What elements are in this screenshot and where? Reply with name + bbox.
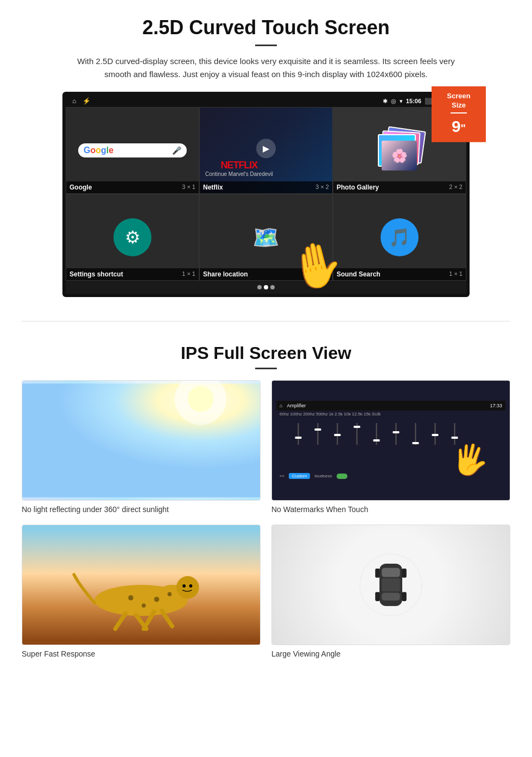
cheetah-caption: Super Fast Response — [22, 649, 261, 658]
car-top-view-svg — [358, 536, 423, 634]
section2-title: IPS Full Screen View — [22, 343, 510, 363]
svg-rect-16 — [413, 442, 419, 444]
hand-pointer: 🤚 — [285, 236, 347, 295]
svg-rect-10 — [354, 426, 360, 428]
amplifier-caption: No Watermarks When Touch — [271, 505, 510, 514]
sunlight-item: No light reflecting under 360° direct su… — [22, 380, 261, 514]
svg-rect-42 — [375, 592, 379, 601]
badge-size: 9" — [439, 116, 478, 137]
amp-title: Amplifier — [287, 403, 306, 408]
svg-rect-18 — [432, 434, 439, 436]
screen-size-badge: Screen Size 9" — [432, 86, 486, 142]
car-image-box — [271, 525, 510, 645]
device-screen: ⌂ ⚡ ✱ ◎ ▾ 15:06 ⬛ 🔊 ✕ ▭ — [62, 92, 470, 297]
camera-icon: ⬛ — [425, 98, 432, 105]
settings-icon-wrap: ⚙ — [113, 218, 151, 256]
amp-footer: «» Custom loudness — [276, 472, 351, 480]
sunlight-svg — [22, 381, 260, 500]
home-icon[interactable]: ⌂ — [72, 97, 76, 105]
svg-point-25 — [128, 595, 134, 601]
google-app-cell[interactable]: Google 🎤 Google 3 × 1 — [66, 107, 199, 194]
screen-wrapper: Screen Size 9" ⌂ ⚡ ✱ ◎ ▾ 15:06 ⬛ 🔊 — [62, 92, 470, 297]
amplifier-item: ⌂ Amplifier 17:33 60hz100hz200hz500hz1k2… — [271, 380, 510, 514]
photo-stack: 🌸 — [375, 129, 424, 172]
dot-1[interactable] — [257, 285, 262, 289]
amp-freq-labels: 60hz100hz200hz500hz1k2.5k10k12.5k15kSUB — [276, 411, 384, 418]
amp-sliders-container: 🖐️ — [276, 418, 505, 472]
svg-rect-8 — [334, 434, 341, 436]
amplifier-image-box: ⌂ Amplifier 17:33 60hz100hz200hz500hz1k2… — [271, 380, 510, 501]
svg-point-34 — [189, 584, 193, 588]
section1-title: 2.5D Curved Touch Screen — [33, 16, 499, 39]
dot-3[interactable] — [270, 285, 275, 289]
mic-icon[interactable]: 🎤 — [172, 146, 181, 155]
app-grid-row2: ⚙ Settings shortcut 1 × 1 🗺️ 🤚 Share loc… — [66, 194, 466, 281]
page-divider — [22, 321, 510, 321]
dot-2[interactable] — [264, 285, 268, 289]
section2-divider — [255, 368, 277, 369]
cheetah-image-box — [22, 525, 261, 645]
svg-rect-38 — [382, 592, 400, 600]
svg-rect-4 — [295, 437, 302, 439]
svg-rect-6 — [315, 428, 321, 431]
netflix-app-cell[interactable]: ▶ NETFLIX Continue Marvel's Daredevil Ne… — [199, 107, 333, 194]
usb-icon: ⚡ — [83, 97, 91, 105]
svg-rect-14 — [393, 431, 400, 433]
share-location-cell[interactable]: 🗺️ 🤚 Share location 1 × 1 — [199, 194, 333, 281]
time-display: 15:06 — [406, 98, 421, 104]
netflix-label: Netflix 3 × 2 — [200, 181, 332, 193]
sound-label: Sound Search 1 × 1 — [333, 268, 466, 280]
music-note-icon: 🎵 — [389, 227, 410, 248]
svg-point-27 — [154, 597, 160, 602]
section-ips-view: IPS Full Screen View — [0, 332, 532, 674]
image-grid: No light reflecting under 360° direct su… — [22, 380, 510, 658]
amp-time: 17:33 — [490, 403, 502, 408]
badge-label: Screen Size — [439, 92, 478, 110]
netflix-overlay: NETFLIX Continue Marvel's Daredevil — [205, 160, 273, 177]
cheetah-item: Super Fast Response — [22, 525, 261, 658]
settings-app-cell[interactable]: ⚙ Settings shortcut 1 × 1 — [66, 194, 199, 281]
sunlight-image — [22, 381, 260, 500]
netflix-logo: NETFLIX — [205, 160, 273, 171]
photo-card-3: 🌸 — [378, 134, 416, 167]
bluetooth-icon: ✱ — [383, 98, 388, 105]
sunlight-image-box — [22, 380, 261, 501]
title-divider — [255, 45, 277, 46]
section-curved-screen: 2.5D Curved Touch Screen With 2.5D curve… — [0, 0, 532, 310]
google-search-bar[interactable]: Google 🎤 — [78, 143, 187, 157]
car-caption: Large Viewing Angle — [271, 649, 510, 658]
amp-hand-icon: 🖐️ — [449, 439, 492, 481]
badge-divider — [451, 112, 467, 113]
svg-point-26 — [142, 603, 146, 608]
svg-rect-43 — [402, 592, 406, 601]
google-logo: Google — [84, 146, 113, 155]
status-bar: ⌂ ⚡ ✱ ◎ ▾ 15:06 ⬛ 🔊 ✕ ▭ — [66, 95, 466, 107]
location-icon: ◎ — [391, 98, 396, 105]
svg-point-24 — [176, 576, 199, 599]
sunlight-caption: No light reflecting under 360° direct su… — [22, 505, 261, 514]
music-icon-wrap: 🎵 — [381, 218, 419, 256]
amp-home: ⌂ — [280, 403, 282, 408]
car-image — [272, 525, 510, 645]
cheetah-image — [22, 525, 260, 645]
car-item: Large Viewing Angle — [271, 525, 510, 658]
cheetah-svg — [22, 525, 260, 645]
svg-rect-37 — [382, 568, 400, 577]
settings-label: Settings shortcut 1 × 1 — [66, 268, 199, 280]
svg-rect-41 — [402, 569, 406, 578]
google-label: Google 3 × 1 — [66, 181, 199, 193]
netflix-subtitle: Continue Marvel's Daredevil — [205, 171, 273, 177]
amp-header: ⌂ Amplifier 17:33 — [276, 401, 505, 411]
maps-icon: 🗺️ — [250, 221, 282, 254]
gear-icon: ⚙ — [125, 227, 141, 248]
amplifier-image: ⌂ Amplifier 17:33 60hz100hz200hz500hz1k2… — [272, 381, 510, 500]
svg-point-28 — [168, 592, 172, 596]
play-button[interactable]: ▶ — [256, 138, 276, 158]
status-bar-left: ⌂ ⚡ — [72, 97, 91, 105]
svg-point-33 — [182, 584, 186, 588]
section1-description: With 2.5D curved-display screen, this de… — [76, 55, 456, 81]
sound-search-cell[interactable]: 🎵 Sound Search 1 × 1 — [333, 194, 466, 281]
pagination-dots — [66, 281, 466, 294]
app-grid-row1: Google 🎤 Google 3 × 1 ▶ NETFLIX C — [66, 107, 466, 194]
svg-rect-40 — [375, 569, 379, 578]
